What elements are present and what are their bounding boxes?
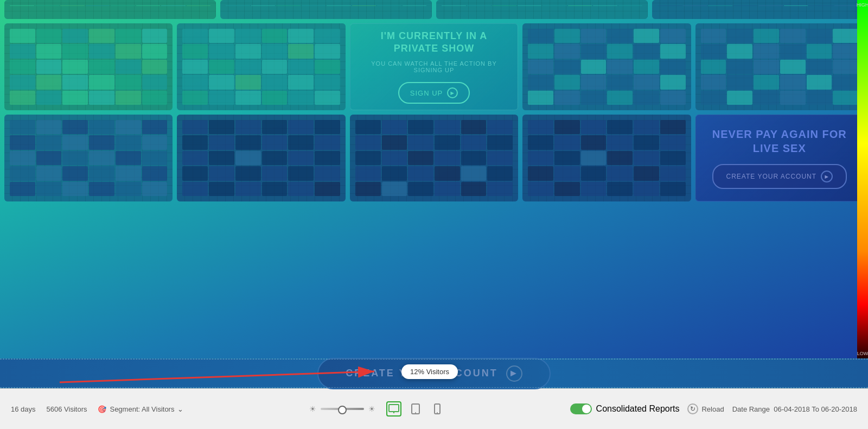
row-2: I'M CURRENTLY IN A PRIVATE SHOW YOU CAN … xyxy=(0,23,868,115)
segment-label: Segment: All Visitors xyxy=(110,405,174,413)
tooltip-text: 12% Visitors xyxy=(410,368,449,376)
segment-button[interactable]: 🎯 Segment: All Visitors ⌄ xyxy=(98,405,183,413)
date-range-label: Date Range xyxy=(732,405,770,413)
cta-band: CREATE YOUR ACCOUNT ► 12% Visitors xyxy=(0,358,868,388)
reload-button[interactable]: ↻ Reload xyxy=(687,403,724,414)
toolbar-right: Consolidated Reports ↻ Reload Date Range… xyxy=(559,403,868,414)
thumb-card[interactable] xyxy=(350,115,518,201)
reload-label: Reload xyxy=(701,405,724,413)
thumb-card[interactable] xyxy=(220,0,432,19)
toolbar-center: ☀ ☀ xyxy=(194,401,559,417)
days-label: 16 days xyxy=(11,405,36,413)
desktop-icon[interactable] xyxy=(386,401,401,417)
cta-arrow-icon: ► xyxy=(506,365,522,382)
thumb-card[interactable] xyxy=(4,0,216,19)
reload-circle-icon: ↻ xyxy=(687,403,698,414)
date-range: Date Range 06-04-2018 To 06-20-2018 xyxy=(732,405,857,413)
thumb-card[interactable] xyxy=(436,0,648,19)
svg-point-8 xyxy=(437,412,438,413)
arrow-icon: ► xyxy=(447,87,458,98)
thumb-card[interactable] xyxy=(177,115,345,201)
thumb-card[interactable] xyxy=(652,0,864,19)
brightness-control: ☀ ☀ xyxy=(309,405,375,413)
chevron-down-icon: ⌄ xyxy=(177,405,183,413)
thumb-card[interactable] xyxy=(522,115,691,201)
thumb-card[interactable] xyxy=(695,23,864,110)
brightness-slider[interactable] xyxy=(321,408,364,410)
row-3: NEVER PAY AGAIN FOR LIVE SEX CREATE YOUR… xyxy=(0,115,868,206)
svg-point-6 xyxy=(415,412,416,413)
tablet-icon[interactable] xyxy=(408,401,423,417)
heatmap-bar: HIGH LOW xyxy=(857,0,868,358)
consolidated-toggle: Consolidated Reports xyxy=(570,403,680,414)
svg-line-1 xyxy=(60,371,374,382)
red-arrow xyxy=(54,358,391,388)
heatmap-low-label: LOW xyxy=(857,351,868,356)
mobile-icon[interactable] xyxy=(430,401,445,417)
create-account-button[interactable]: CREATE YOUR ACCOUNT ► xyxy=(712,164,847,189)
sun-bright-icon: ☀ xyxy=(368,405,375,413)
private-show-subtitle: YOU CAN WATCH ALL THE ACTION BY SIGNING … xyxy=(361,60,507,73)
never-pay-title: NEVER PAY AGAIN FOR LIVE SEX xyxy=(707,127,852,155)
thumb-card[interactable] xyxy=(4,115,173,201)
device-icons xyxy=(386,401,445,417)
svg-rect-2 xyxy=(389,405,399,412)
row-1 xyxy=(0,0,868,23)
private-show-card: I'M CURRENTLY IN A PRIVATE SHOW YOU CAN … xyxy=(350,23,518,110)
visitors-label: 5606 Visitors xyxy=(47,405,87,413)
never-pay-card: NEVER PAY AGAIN FOR LIVE SEX CREATE YOUR… xyxy=(695,115,864,201)
heatmap-high-label: HIGH xyxy=(857,2,868,8)
date-range-value: 06-04-2018 To 06-20-2018 xyxy=(774,405,857,413)
thumb-card[interactable] xyxy=(177,23,345,110)
sun-dim-icon: ☀ xyxy=(309,405,316,413)
toggle-switch[interactable] xyxy=(570,403,592,414)
thumb-card[interactable] xyxy=(4,23,173,110)
consolidated-label: Consolidated Reports xyxy=(596,404,680,414)
toolbar-left: 16 days 5606 Visitors 🎯 Segment: All Vis… xyxy=(0,405,194,413)
thumb-card[interactable] xyxy=(522,23,691,110)
main-content: I'M CURRENTLY IN A PRIVATE SHOW YOU CAN … xyxy=(0,0,868,358)
segment-icon: 🎯 xyxy=(98,405,106,413)
private-show-title: I'M CURRENTLY IN A PRIVATE SHOW xyxy=(361,30,507,55)
arrow-icon: ► xyxy=(821,171,833,182)
signup-button[interactable]: SIGN UP ► xyxy=(398,82,470,104)
bottom-toolbar: 16 days 5606 Visitors 🎯 Segment: All Vis… xyxy=(0,388,868,429)
tooltip-badge: 12% Visitors xyxy=(401,364,458,379)
